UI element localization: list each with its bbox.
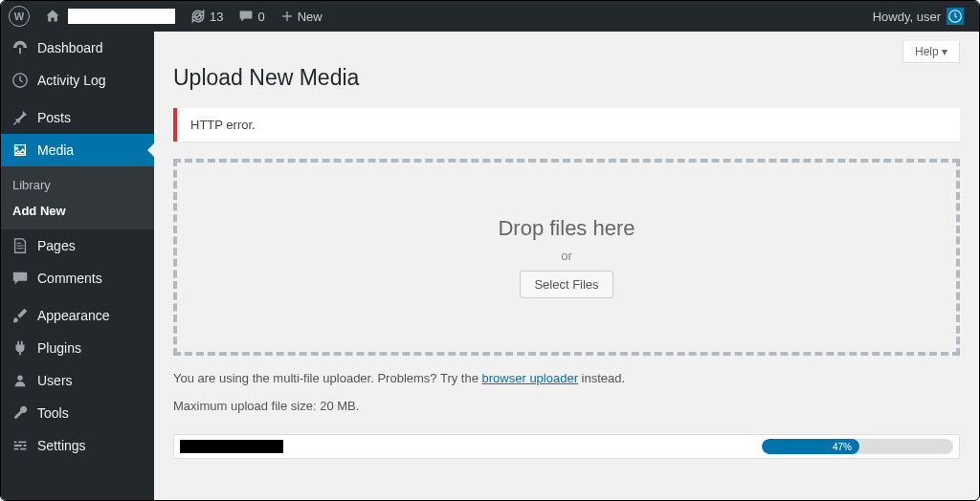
upload-dropzone[interactable]: Drop files here or Select Files (173, 159, 960, 356)
sidebar-item-appearance[interactable]: Appearance (1, 299, 154, 332)
error-notice: HTTP error. (173, 108, 960, 142)
sidebar-item-label: Posts (37, 110, 71, 125)
updates-count: 13 (210, 10, 223, 24)
sidebar-item-media[interactable]: Media (1, 134, 154, 166)
sidebar-item-pages[interactable]: Pages (1, 229, 154, 262)
sidebar-item-label: Plugins (37, 340, 81, 356)
app-frame: W 13 0 (0, 0, 980, 501)
new-content[interactable]: New (273, 1, 330, 32)
page-title: Upload New Media (173, 65, 960, 91)
new-label: New (298, 10, 323, 24)
sidebar-item-label: Pages (37, 238, 76, 253)
sidebar-item-label: Users (37, 373, 73, 388)
sidebar-item-users[interactable]: Users (1, 364, 154, 397)
avatar-icon (947, 8, 964, 25)
howdy-text: Howdy, user (873, 10, 941, 24)
sidebar-item-activity-log[interactable]: Activity Log (1, 64, 154, 97)
updates[interactable]: 13 (183, 1, 231, 32)
upload-progress-label: 47% (833, 442, 852, 452)
sidebar-item-label: Media (37, 142, 74, 158)
my-account[interactable]: Howdy, user (865, 1, 971, 32)
max-upload-size: Maximum upload file size: 20 MB. (173, 399, 960, 413)
sidebar-item-label: Activity Log (37, 73, 106, 88)
select-files-button[interactable]: Select Files (520, 271, 612, 298)
sidebar-item-plugins[interactable]: Plugins (1, 332, 154, 364)
sidebar-item-label: Settings (37, 438, 86, 453)
page-icon (11, 236, 30, 255)
sidebar-subitem-add-new[interactable]: Add New (1, 198, 154, 224)
upload-filename-redacted (180, 440, 283, 453)
refresh-icon (190, 9, 206, 24)
error-text: HTTP error. (190, 118, 256, 132)
wp-logo[interactable]: W (1, 1, 37, 32)
wrench-icon (11, 403, 30, 423)
sidebar-item-posts[interactable]: Posts (1, 101, 154, 134)
dashboard-icon (11, 38, 30, 57)
upload-progress-row: 47% (173, 434, 960, 459)
sidebar-item-settings[interactable]: Settings (1, 429, 154, 462)
sidebar-item-label: Tools (37, 405, 69, 421)
sidebar-item-label: Dashboard (37, 40, 103, 55)
upload-progress-bar: 47% (762, 439, 859, 454)
admin-bar: W 13 0 (1, 1, 979, 32)
comment-icon (238, 9, 254, 24)
sidebar-item-label: Comments (37, 271, 102, 286)
wordpress-icon: W (9, 6, 30, 27)
dropzone-title: Drop files here (498, 216, 635, 241)
content-area: Help ▾ Upload New Media HTTP error. Drop… (154, 32, 979, 500)
brush-icon (11, 306, 30, 325)
site-name-redacted (68, 9, 175, 24)
clock-icon (11, 71, 30, 90)
comments-bubble[interactable]: 0 (231, 1, 272, 32)
browser-uploader-link[interactable]: browser uploader (482, 371, 578, 385)
help-tab[interactable]: Help ▾ (902, 41, 960, 63)
sliders-icon (11, 436, 30, 455)
pin-icon (11, 108, 30, 127)
home-icon (45, 9, 60, 24)
site-home[interactable] (37, 1, 183, 32)
sidebar-item-dashboard[interactable]: Dashboard (1, 32, 154, 64)
plus-icon (280, 10, 294, 23)
upload-progress-track: 47% (762, 439, 953, 454)
sidebar-item-tools[interactable]: Tools (1, 397, 154, 429)
plug-icon (11, 338, 30, 358)
sidebar-submenu-media: Library Add New (1, 166, 154, 229)
comment-icon (11, 269, 30, 288)
svg-point-3 (17, 376, 22, 381)
admin-sidebar: Dashboard Activity Log Posts Media Libra… (1, 32, 154, 500)
users-icon (11, 371, 30, 390)
sidebar-item-label: Appearance (37, 308, 110, 323)
dropzone-or: or (561, 249, 572, 263)
sidebar-item-comments[interactable]: Comments (1, 262, 154, 294)
sidebar-subitem-library[interactable]: Library (1, 172, 154, 198)
chevron-down-icon: ▾ (942, 45, 947, 58)
media-icon (11, 141, 30, 160)
uploader-hint: You are using the multi-file uploader. P… (173, 371, 960, 385)
comments-count: 0 (257, 10, 264, 24)
